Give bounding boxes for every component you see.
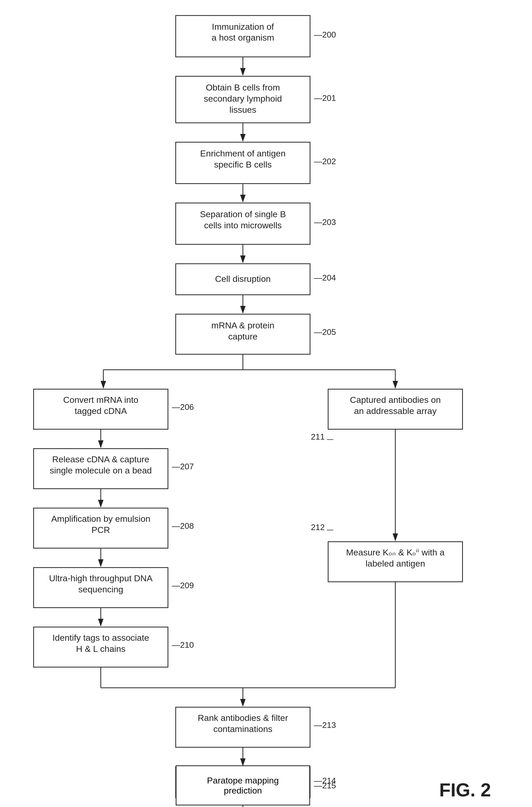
ref-203: —203	[314, 218, 336, 227]
label-211a: Captured antibodies on	[350, 395, 441, 405]
label-201c: lissues	[229, 105, 256, 114]
label-206b: tagged cDNA	[75, 406, 127, 416]
label-210b: H & L chains	[76, 644, 126, 654]
ref-212: 212	[311, 522, 324, 532]
label-212b: labeled antigen	[366, 558, 425, 568]
ref-201: —201	[314, 93, 336, 103]
label-209a: Ultra-high throughput DNA	[49, 573, 153, 583]
label-200: Immunization of	[212, 22, 274, 32]
label-205a: mRNA & protein	[211, 320, 274, 330]
label-203b: cells into microwells	[204, 220, 282, 230]
label-214: Paratope mapping	[207, 777, 279, 787]
ref-205: —205	[314, 327, 336, 337]
label-206a: Convert mRNA into	[63, 395, 138, 405]
ref-206: —206	[172, 402, 194, 411]
label-204: Cell disruption	[215, 274, 270, 283]
label-200b: a host organism	[212, 33, 274, 42]
ref-200: —200	[314, 30, 336, 39]
label-210a: Identify tags to associate	[53, 633, 149, 643]
ref-209: —209	[172, 581, 194, 590]
ref-213: —213	[314, 720, 336, 730]
label-209b: sequencing	[78, 584, 123, 594]
label-202b: specific B cells	[214, 160, 272, 169]
label-205b: capture	[228, 331, 257, 341]
ref-211: 211	[311, 432, 324, 441]
label-211b: an addressable array	[354, 406, 436, 416]
label-208b: PCR	[92, 525, 110, 535]
ref-210: —210	[172, 640, 194, 649]
label-212a: Measure Kₒₙ & Kₒⁱⁱ with a	[346, 547, 445, 557]
ref-204: —204	[314, 273, 336, 282]
label-203a: Separation of single B	[200, 209, 286, 219]
label-202a: Enrichment of antigen	[200, 148, 286, 158]
label-213b: contaminations	[213, 724, 272, 734]
label-201b: secondary lymphoid	[204, 94, 282, 104]
label-207a: Release cDNA & capture	[52, 454, 149, 464]
ref-207: —207	[172, 462, 194, 471]
ref-202: —202	[314, 157, 336, 166]
label-208a: Amplification by emulsion	[51, 514, 150, 524]
ref-214: —214	[314, 776, 336, 785]
ref-208: —208	[172, 521, 194, 531]
label-213a: Rank antibodies & filter	[198, 713, 288, 723]
label-207b: single molecule on a bead	[50, 465, 152, 475]
label-201a: Obtain B cells from	[206, 82, 280, 92]
figure-label: FIG. 2	[439, 780, 491, 800]
diagram-container: Immunization of a host organism —200 Obt…	[0, 0, 532, 807]
